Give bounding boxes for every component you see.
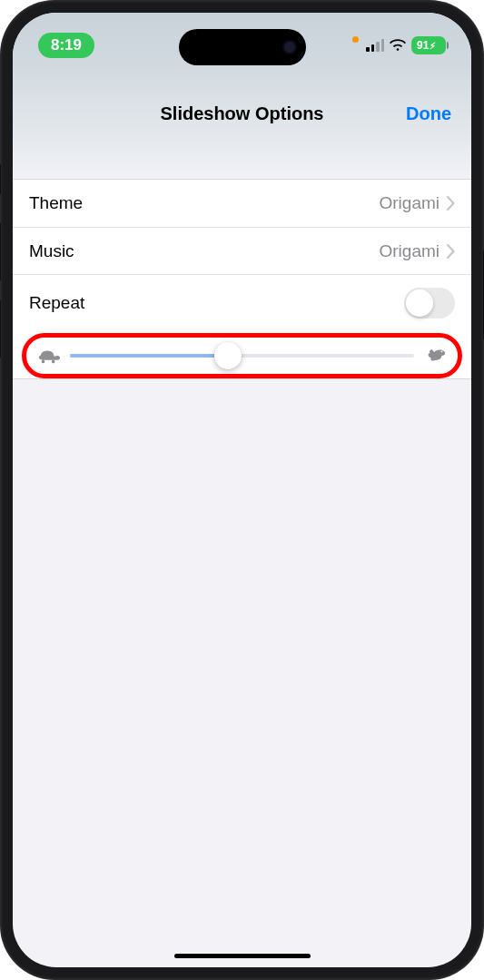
repeat-row: Repeat: [13, 274, 471, 331]
tortoise-icon: [37, 347, 61, 365]
camera-icon: [282, 40, 297, 54]
chevron-right-icon: [447, 244, 455, 259]
dynamic-island: [179, 29, 306, 65]
mute-switch: [0, 163, 1, 195]
phone-frame: 8:19 91⚡︎ Slideshow Options Done Theme: [0, 0, 484, 980]
slider-fill: [70, 354, 228, 358]
mic-indicator-icon: [352, 36, 359, 43]
volume-down-button: [0, 299, 1, 358]
battery-text: 91: [417, 39, 429, 52]
theme-value: Origami: [379, 193, 440, 213]
music-value: Origami: [379, 241, 440, 261]
slider-thumb[interactable]: [214, 342, 242, 369]
hare-icon: [423, 347, 447, 365]
charging-bolt-icon: ⚡︎: [430, 41, 436, 51]
nav-header: Slideshow Options Done: [13, 69, 471, 179]
done-button[interactable]: Done: [406, 103, 451, 124]
toggle-knob: [406, 289, 433, 317]
home-indicator[interactable]: [174, 954, 311, 958]
wifi-icon: [390, 39, 406, 52]
options-list: Theme Origami Music Origami Repeat: [13, 179, 471, 379]
cellular-icon: [366, 39, 384, 52]
repeat-label: Repeat: [29, 293, 404, 313]
screen: 8:19 91⚡︎ Slideshow Options Done Theme: [13, 13, 471, 967]
status-time[interactable]: 8:19: [38, 33, 94, 58]
speed-slider-row: [34, 341, 450, 370]
theme-label: Theme: [29, 193, 379, 213]
annotation-highlight: [22, 333, 462, 378]
battery-icon: 91⚡︎: [411, 36, 446, 54]
theme-row[interactable]: Theme Origami: [13, 180, 471, 227]
music-row[interactable]: Music Origami: [13, 227, 471, 274]
chevron-right-icon: [447, 196, 455, 211]
repeat-toggle[interactable]: [404, 288, 455, 318]
status-right: 91⚡︎: [352, 36, 446, 55]
page-title: Slideshow Options: [160, 103, 323, 124]
speed-slider[interactable]: [70, 354, 414, 358]
volume-up-button: [0, 222, 1, 281]
music-label: Music: [29, 241, 379, 261]
